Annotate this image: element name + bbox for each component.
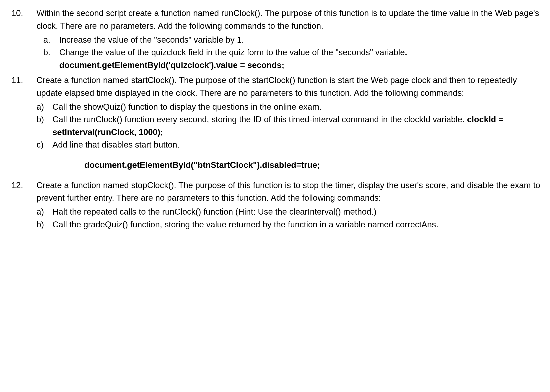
- step-number: 12.: [11, 179, 23, 192]
- substep-text: Add line that disables start button.: [52, 140, 180, 149]
- substep-text: Call the runClock() function every secon…: [52, 115, 467, 124]
- substep-text: Call the showQuiz() function to display …: [52, 102, 322, 112]
- step-12: 12. Create a function named stopClock().…: [7, 179, 543, 231]
- substeps-11: a) Call the showQuiz() function to displ…: [36, 101, 543, 171]
- step-number: 10.: [11, 7, 23, 20]
- substep-text: Halt the repeated calls to the runClock(…: [52, 207, 376, 217]
- substep-letter: a): [36, 205, 44, 218]
- substep-11a: a) Call the showQuiz() function to displ…: [36, 101, 543, 113]
- step-number: 11.: [11, 74, 23, 87]
- substep-12a: a) Halt the repeated calls to the runClo…: [36, 205, 543, 218]
- substep-letter: b): [36, 113, 44, 126]
- substep-text: Change the value of the quizclock field …: [59, 48, 405, 57]
- instruction-list: 10. Within the second script create a fu…: [7, 7, 543, 231]
- code-inline: document.getElementById('quizclock').val…: [59, 60, 284, 70]
- substep-dot: .: [405, 48, 407, 57]
- substep-text: Call the gradeQuiz() function, storing t…: [52, 220, 439, 229]
- substep-10a: a. Increase the value of the "seconds" v…: [36, 34, 543, 46]
- substep-letter: b): [36, 218, 44, 231]
- step-intro: Within the second script create a functi…: [36, 8, 539, 31]
- substep-11b: b) Call the runClock() function every se…: [36, 113, 543, 138]
- step-11: 11. Create a function named startClock()…: [7, 74, 543, 171]
- substeps-10: a. Increase the value of the "seconds" v…: [36, 34, 543, 72]
- substep-text: Increase the value of the "seconds" vari…: [59, 35, 244, 44]
- substep-letter: b.: [43, 46, 50, 59]
- substep-11c: c) Add line that disables start button. …: [36, 138, 543, 171]
- step-10: 10. Within the second script create a fu…: [7, 7, 543, 71]
- step-intro: Create a function named startClock(). Th…: [36, 76, 517, 98]
- substep-letter: c): [36, 138, 43, 151]
- substep-letter: a): [36, 101, 44, 113]
- substep-12b: b) Call the gradeQuiz() function, storin…: [36, 218, 543, 231]
- step-intro: Create a function named stopClock(). The…: [36, 181, 540, 203]
- substeps-12: a) Halt the repeated calls to the runClo…: [36, 205, 543, 231]
- substep-10b: b. Change the value of the quizclock fie…: [36, 46, 543, 71]
- code-block: document.getElementById("btnStartClock")…: [84, 159, 543, 171]
- substep-letter: a.: [43, 34, 50, 46]
